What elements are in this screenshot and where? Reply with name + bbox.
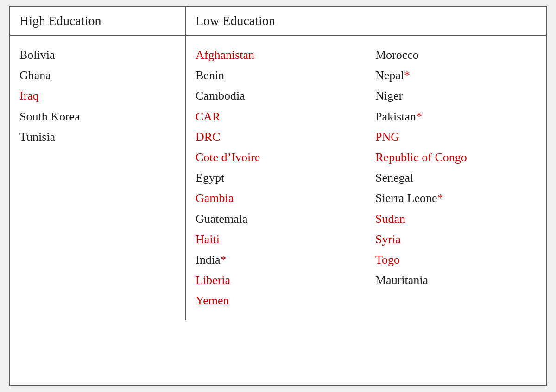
low-edu-col2-country-9: Syria: [375, 229, 537, 250]
main-table: High Education Low Education BoliviaGhan…: [9, 6, 547, 386]
header-high-education: High Education: [10, 7, 186, 35]
header-low-education-label: Low Education: [196, 13, 275, 28]
low-edu-col1-country-6: Egypt: [196, 168, 357, 188]
low-edu-col1-country-2: Cambodia: [196, 86, 357, 106]
header-low-education: Low Education: [186, 7, 546, 35]
low-edu-col1-country-3: CAR: [196, 107, 357, 127]
table-header: High Education Low Education: [10, 7, 546, 36]
low-edu-col1-country-7: Gambia: [196, 188, 357, 209]
low-edu-col1-country-12: Yemen: [196, 291, 357, 311]
low-edu-col2-country-1: Nepal*: [375, 65, 537, 86]
high-edu-country-0: Bolivia: [19, 45, 176, 65]
low-edu-col1-country-5: Cote d’Ivoire: [196, 147, 357, 168]
low-edu-col2-country-5: Republic of Congo: [375, 147, 537, 168]
high-edu-country-1: Ghana: [19, 65, 176, 86]
low-edu-col2-country-2: Niger: [375, 86, 537, 106]
low-edu-col2-country-4: PNG: [375, 127, 537, 147]
low-education-sub-col-2: MoroccoNepal*NigerPakistan*PNGRepublic o…: [366, 45, 546, 311]
low-edu-col2-country-6: Senegal: [375, 168, 537, 188]
low-edu-col1-country-4: DRC: [196, 127, 357, 147]
low-edu-col1-country-11: Liberia: [196, 270, 357, 291]
low-edu-col2-country-8: Sudan: [375, 209, 537, 229]
high-edu-country-4: Tunisia: [19, 127, 176, 147]
high-edu-country-2: Iraq: [19, 86, 176, 106]
low-education-sub-col-1: AfghanistanBeninCambodiaCARDRCCote d’Ivo…: [186, 45, 366, 311]
low-edu-col2-country-0: Morocco: [375, 45, 537, 65]
low-edu-col1-country-1: Benin: [196, 65, 357, 86]
low-edu-col1-country-10: India*: [196, 250, 357, 270]
low-edu-col1-country-8: Guatemala: [196, 209, 357, 229]
low-edu-col2-country-11: Mauritania: [375, 270, 537, 291]
high-edu-country-3: South Korea: [19, 107, 176, 127]
low-education-column: AfghanistanBeninCambodiaCARDRCCote d’Ivo…: [186, 36, 546, 320]
low-edu-col1-country-9: Haiti: [196, 229, 357, 250]
low-edu-col1-country-0: Afghanistan: [196, 45, 357, 65]
high-education-column: BoliviaGhanaIraqSouth KoreaTunisia: [10, 36, 186, 320]
low-edu-col2-country-3: Pakistan*: [375, 107, 537, 127]
table-body: BoliviaGhanaIraqSouth KoreaTunisia Afgha…: [10, 36, 546, 320]
low-edu-col2-country-7: Sierra Leone*: [375, 188, 537, 209]
header-high-education-label: High Education: [19, 13, 101, 28]
low-edu-col2-country-10: Togo: [375, 250, 537, 270]
